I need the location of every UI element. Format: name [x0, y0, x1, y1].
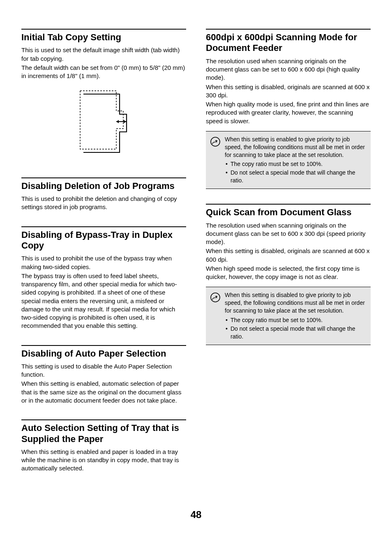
section-body: When this setting is enabled and paper i…	[21, 448, 186, 473]
section-rule	[21, 345, 186, 346]
tab-diagram-svg	[71, 88, 137, 155]
bullet: The copy ratio must be set to 100%.	[225, 316, 367, 324]
section-rule	[21, 226, 186, 227]
section-rule	[21, 29, 186, 30]
section-title: Auto Selection Setting of Tray that is S…	[21, 423, 186, 444]
bullet: Do not select a special mode that will c…	[225, 169, 367, 184]
section-rule	[206, 29, 371, 30]
section-title: Disabling of Auto Paper Selection	[21, 348, 186, 359]
paragraph: This is used to prohibit the use of the …	[21, 254, 186, 271]
svg-marker-2	[124, 120, 126, 123]
section-rule	[206, 204, 371, 205]
paragraph: The resolution used when scanning origin…	[206, 221, 371, 246]
section-quick-scan: Quick Scan from Document Glass The resol…	[206, 204, 371, 345]
section-initial-tab-copy: Initial Tab Copy Setting This is used to…	[21, 29, 186, 163]
section-body: This setting is used to disable the Auto…	[21, 362, 186, 405]
paragraph: When high speed mode is selected, the fi…	[206, 265, 371, 281]
paragraph: This setting is used to disable the Auto…	[21, 362, 186, 379]
section-title: Disabling Deletion of Job Programs	[21, 181, 186, 191]
paragraph: When this setting is disabled, originals…	[206, 83, 371, 100]
section-body: This is used to set the default image sh…	[21, 46, 186, 80]
paragraph: This is used to prohibit the deletion an…	[21, 195, 186, 212]
tab-copy-diagram	[21, 81, 186, 162]
note-box: When this setting is disabled to give pr…	[206, 287, 371, 345]
section-auto-selection-tray: Auto Selection Setting of Tray that is S…	[21, 419, 186, 473]
section-body: The resolution used when scanning origin…	[206, 221, 371, 281]
two-column-layout: Initial Tab Copy Setting This is used to…	[21, 29, 371, 488]
section-body: This is used to prohibit the deletion an…	[21, 195, 186, 212]
paragraph: This is used to set the default image sh…	[21, 46, 186, 63]
bullet: The copy ratio must be set to 100%.	[225, 160, 367, 168]
section-rule	[21, 177, 186, 178]
section-body: The resolution used when scanning origin…	[206, 57, 371, 125]
page-number: 48	[21, 508, 371, 521]
note-box: When this setting is enabled to give pri…	[206, 131, 371, 189]
paragraph: The bypass tray is often used to feed la…	[21, 272, 186, 330]
note-content: When this setting is disabled to give pr…	[225, 291, 367, 340]
section-rule	[21, 419, 186, 420]
paragraph: When high quality mode is used, fine pri…	[206, 100, 371, 125]
section-disable-deletion: Disabling Deletion of Job Programs This …	[21, 177, 186, 212]
note-bullets: The copy ratio must be set to 100%. Do n…	[225, 316, 367, 341]
note-content: When this setting is enabled to give pri…	[225, 136, 367, 184]
paragraph: The resolution used when scanning origin…	[206, 57, 371, 82]
paragraph: When this setting is enabled, automatic …	[21, 380, 186, 405]
section-title: Disabling of Bypass-Tray in Duplex Copy	[21, 230, 186, 251]
note-lead: When this setting is disabled to give pr…	[225, 291, 367, 315]
note-bullets: The copy ratio must be set to 100%. Do n…	[225, 160, 367, 184]
note-icon	[210, 292, 221, 305]
bullet: Do not select a special mode that will c…	[225, 325, 367, 341]
note-lead: When this setting is enabled to give pri…	[225, 136, 367, 159]
section-600dpi-scan: 600dpi x 600dpi Scanning Mode for Docume…	[206, 29, 371, 189]
section-title: Quick Scan from Document Glass	[206, 207, 371, 218]
section-disable-bypass-tray: Disabling of Bypass-Tray in Duplex Copy …	[21, 226, 186, 330]
left-column: Initial Tab Copy Setting This is used to…	[21, 29, 186, 488]
svg-marker-1	[116, 120, 119, 123]
right-column: 600dpi x 600dpi Scanning Mode for Docume…	[206, 29, 371, 488]
section-title: Initial Tab Copy Setting	[21, 32, 186, 43]
note-icon	[210, 136, 221, 149]
section-body: This is used to prohibit the use of the …	[21, 254, 186, 330]
paragraph: When this setting is disabled, originals…	[206, 247, 371, 264]
section-disable-auto-paper: Disabling of Auto Paper Selection This s…	[21, 345, 186, 405]
section-title: 600dpi x 600dpi Scanning Mode for Docume…	[206, 32, 371, 54]
paragraph: The default width can be set from 0" (0 …	[21, 64, 186, 81]
paragraph: When this setting is enabled and paper i…	[21, 448, 186, 473]
